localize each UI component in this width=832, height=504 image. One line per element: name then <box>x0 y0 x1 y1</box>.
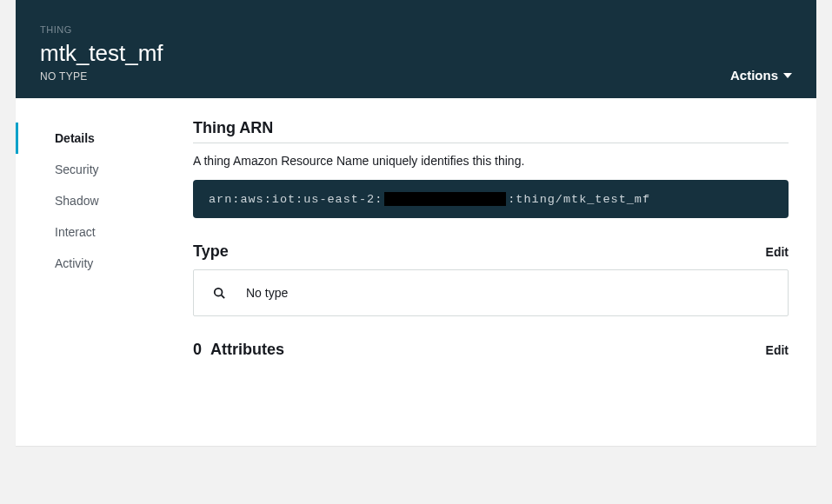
type-value-box: No type <box>193 269 789 316</box>
type-value: No type <box>246 286 288 300</box>
sidebar-item-details[interactable]: Details <box>16 123 172 154</box>
arn-heading: Thing ARN <box>193 119 273 137</box>
arn-description: A thing Amazon Resource Name uniquely id… <box>193 154 789 168</box>
svg-line-1 <box>222 295 225 299</box>
sidebar-item-label: Interact <box>55 225 96 239</box>
search-icon <box>213 287 225 299</box>
attributes-heading: Attributes <box>210 341 284 359</box>
sidebar-item-label: Security <box>55 162 99 176</box>
attributes-edit-link[interactable]: Edit <box>766 343 789 357</box>
header-eyebrow: THING <box>40 24 792 35</box>
arn-value-box: arn:aws:iot:us-east-2: :thing/mtk_test_m… <box>193 180 789 218</box>
sidebar-item-shadow[interactable]: Shadow <box>16 185 172 216</box>
caret-down-icon <box>783 73 792 78</box>
sidebar-item-interact[interactable]: Interact <box>16 216 172 248</box>
actions-label: Actions <box>730 68 778 83</box>
attributes-count: 0 <box>193 341 202 359</box>
sidebar-item-label: Activity <box>55 256 93 270</box>
thing-header: THING mtk_test_mf NO TYPE Actions <box>16 0 816 98</box>
sidebar-item-activity[interactable]: Activity <box>16 248 172 279</box>
actions-dropdown[interactable]: Actions <box>730 68 792 83</box>
type-edit-link[interactable]: Edit <box>766 245 789 259</box>
sidebar-item-label: Details <box>55 131 95 145</box>
type-section: Type Edit No type <box>193 242 789 316</box>
arn-prefix: arn:aws:iot:us-east-2: <box>209 193 383 206</box>
svg-point-0 <box>215 288 223 296</box>
thing-type-label: NO TYPE <box>40 70 792 83</box>
thing-title: mtk_test_mf <box>40 40 792 67</box>
arn-suffix: :thing/mtk_test_mf <box>508 193 650 206</box>
attributes-section: 0 Attributes Edit <box>193 341 789 359</box>
sidebar-item-label: Shadow <box>55 194 99 208</box>
sidebar-item-security[interactable]: Security <box>16 154 172 185</box>
type-heading: Type <box>193 242 229 261</box>
arn-redacted-account <box>384 192 506 206</box>
sidebar-nav: Details Security Shadow Interact Activit… <box>16 119 172 411</box>
arn-section: Thing ARN A thing Amazon Resource Name u… <box>193 119 789 218</box>
main-content: Thing ARN A thing Amazon Resource Name u… <box>172 119 795 411</box>
